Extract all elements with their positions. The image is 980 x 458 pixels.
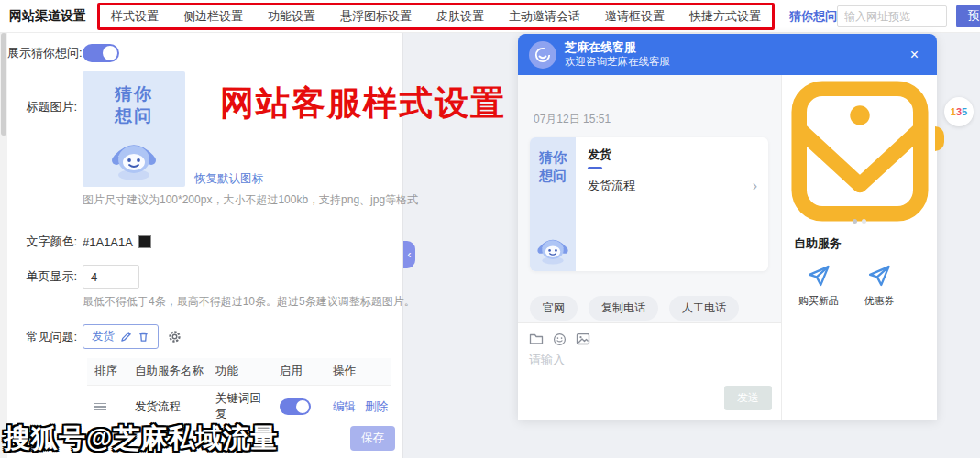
color-swatch[interactable] [138, 235, 151, 248]
floating-widget-peek [935, 126, 944, 151]
top-nav-bar: 网站渠道设置 样式设置 侧边栏设置 功能设置 悬浮图标设置 皮肤设置 主动邀请会… [0, 0, 980, 33]
scrollbar-thumb[interactable] [1, 33, 6, 136]
drag-handle-icon[interactable] [94, 403, 106, 411]
emoji-icon[interactable] [553, 333, 567, 346]
chat-subtitle: 欢迎咨询芝麻在线客服 [565, 55, 670, 68]
close-icon[interactable]: × [910, 48, 919, 62]
watermark-text: 搜狐号@芝麻私域流量 [4, 420, 278, 457]
card-side-line2: 想问 [539, 167, 567, 185]
tab-floating-icon-settings[interactable]: 悬浮图标设置 [340, 8, 412, 25]
folder-icon[interactable] [529, 333, 544, 345]
guess-card-content: 发货 发货流程 › [576, 137, 768, 271]
card-category-tab[interactable]: 发货 [588, 147, 757, 163]
chat-body: 07月12日 15:51 猜你 想问 [518, 75, 937, 420]
send-button[interactable]: 发送 [724, 386, 772, 410]
gear-icon[interactable] [168, 330, 182, 344]
quick-reply-pills: 官网 复制电话 人工电话 [530, 296, 781, 321]
faq-row: 常见问题: 发货 [7, 324, 402, 349]
delete-link[interactable]: 删除 [365, 399, 388, 415]
red-annotation-text: 网站客服样式设置 [220, 81, 506, 126]
chat-input-area: 请输入 发送 [518, 322, 781, 420]
self-service-title: 自助服务 [794, 235, 937, 252]
tab-skin-settings[interactable]: 皮肤设置 [436, 8, 484, 25]
tab-invite-session-settings[interactable]: 主动邀请会话 [509, 8, 580, 25]
quick-reply-official-site[interactable]: 官网 [530, 296, 578, 321]
card-question-item[interactable]: 发货流程 › [588, 178, 757, 202]
cell-service-name: 发货流程 [127, 399, 208, 415]
self-service-item-buy-new[interactable]: 购买新品 [794, 263, 843, 308]
chat-title: 芝麻在线客服 [565, 40, 670, 55]
save-button[interactable]: 保存 [350, 426, 395, 451]
badge-digit: 5 [962, 106, 967, 117]
card-tab-underline [588, 167, 602, 169]
text-color-row: 文字颜色: #1A1A1A [7, 234, 402, 250]
tab-style-settings[interactable]: 样式设置 [111, 8, 159, 25]
quick-reply-copy-phone[interactable]: 复制电话 [589, 296, 658, 321]
title-image-preview[interactable]: 猜你 想问 [83, 71, 185, 187]
carousel-dot[interactable] [862, 219, 866, 224]
robot-mascot-icon-small [534, 233, 571, 266]
restore-default-icon-link[interactable]: 恢复默认图标 [194, 171, 263, 187]
image-text-line2: 想问 [115, 105, 153, 127]
chevron-right-icon: › [753, 179, 757, 193]
row-enable-toggle[interactable] [280, 398, 311, 415]
robot-mascot-icon [107, 135, 160, 182]
show-guess-label: 展示猜你想问: [7, 45, 83, 61]
tab-invite-box-settings[interactable]: 邀请框设置 [605, 8, 665, 25]
per-page-hint-row: 最低不得低于4条，最高不得超过10条。超过5条建议调整标题图片。 [7, 294, 402, 310]
edit-pencil-icon[interactable] [120, 331, 132, 343]
image-hint-row: 图片尺寸建议为100*200px，大小不超过100kb，支持png、jpg等格式 [7, 192, 402, 208]
col-enabled: 启用 [272, 364, 325, 379]
col-service-name: 自助服务名称 [127, 364, 208, 379]
faq-tag-text: 发货 [92, 329, 115, 344]
quick-reply-manual-phone[interactable]: 人工电话 [669, 296, 739, 321]
panel-collapse-handle[interactable]: ‹ [403, 241, 415, 268]
carousel-dots[interactable] [782, 219, 937, 224]
paper-plane-icon [806, 263, 831, 289]
per-page-hint: 最低不得低于4条，最高不得超过10条。超过5条建议调整标题图片。 [83, 294, 415, 310]
table-header-row: 排序 自助服务名称 功能 启用 操作 [87, 358, 391, 386]
delete-trash-icon[interactable] [138, 331, 149, 343]
tab-function-settings[interactable]: 功能设置 [268, 8, 315, 25]
self-service-table: 排序 自助服务名称 功能 启用 操作 发货流程 关键词回复 编辑 删除 [87, 358, 391, 428]
self-service-item-coupon[interactable]: 优惠券 [854, 263, 904, 308]
preview-button[interactable]: 预览 [956, 5, 980, 27]
chat-avatar [529, 41, 556, 69]
per-page-label: 单页显示: [7, 268, 83, 285]
image-text-line1: 猜你 [115, 83, 153, 105]
envelope-icon [790, 81, 930, 222]
self-service-panel: 自助服务 购买新品 优惠券 [781, 75, 937, 420]
paper-plane-icon [866, 263, 892, 289]
text-color-label: 文字颜色: [7, 234, 83, 250]
url-preview-input[interactable] [837, 5, 947, 27]
tab-shortcut-settings[interactable]: 快捷方式设置 [689, 8, 761, 25]
faq-tag[interactable]: 发货 [83, 324, 159, 349]
input-toolbar [529, 333, 770, 346]
tab-sidebar-settings[interactable]: 侧边栏设置 [183, 8, 243, 25]
tab-guess-you-ask[interactable]: 猜你想问 [789, 8, 837, 25]
page: 网站渠道设置 样式设置 侧边栏设置 功能设置 悬浮图标设置 皮肤设置 主动邀请会… [0, 0, 980, 458]
edit-link[interactable]: 编辑 [333, 399, 356, 415]
chat-input-placeholder[interactable]: 请输入 [529, 352, 770, 368]
title-image-label: 标题图片: [7, 99, 83, 115]
chat-timestamp: 07月12日 15:51 [534, 112, 781, 127]
carousel-dot-active[interactable] [853, 219, 857, 224]
guess-card-side: 猜你 想问 [530, 137, 576, 271]
per-page-input[interactable] [83, 265, 139, 289]
card-question-label: 发货流程 [588, 178, 635, 194]
chat-header: 芝麻在线客服 欢迎咨询芝麻在线客服 × [518, 34, 937, 75]
per-page-row: 单页显示: [7, 265, 402, 289]
show-guess-row: 展示猜你想问: [7, 44, 402, 62]
page-title: 网站渠道设置 [9, 8, 86, 25]
faq-label: 常见问题: [7, 329, 83, 345]
vertical-scrollbar[interactable] [0, 33, 7, 458]
text-color-value: #1A1A1A [83, 235, 133, 249]
col-function: 功能 [208, 364, 272, 379]
show-guess-toggle[interactable] [83, 44, 119, 62]
image-size-hint: 图片尺寸建议为100*200px，大小不超过100kb，支持png、jpg等格式 [83, 192, 418, 208]
image-icon[interactable] [576, 333, 590, 345]
col-actions: 操作 [325, 364, 391, 379]
self-service-items: 购买新品 优惠券 [794, 263, 937, 308]
chat-message-area: 07月12日 15:51 猜你 想问 [518, 75, 781, 420]
smiley-logo-icon [534, 46, 552, 64]
